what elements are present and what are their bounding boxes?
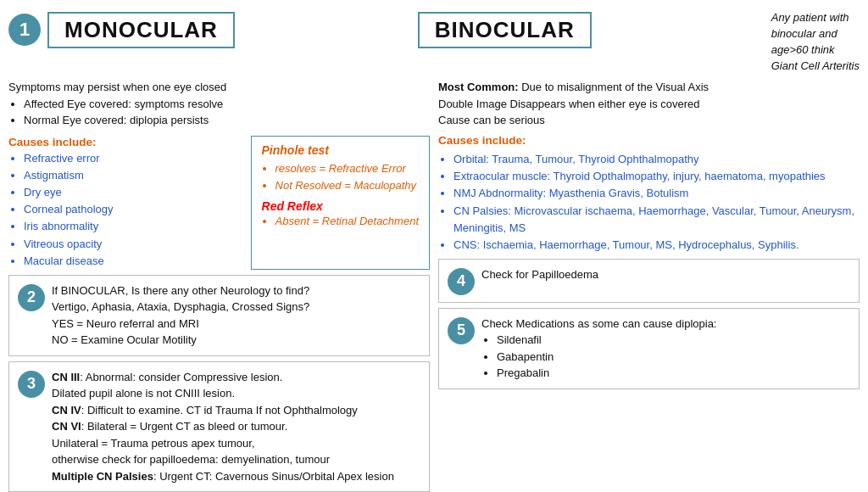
box2-content: If BINOCULAR, Is there any other Neurolo… <box>52 282 420 349</box>
list-item: Iris abnormality <box>24 218 242 235</box>
pinhole-title: Pinhole test <box>262 143 419 157</box>
bino-causes-ul: Orbital: Trauma, Tumour, Thyroid Ophthal… <box>453 151 860 254</box>
list-item: Sildenafil <box>497 332 850 349</box>
list-item: Absent = Retinal Detachment <box>275 215 419 227</box>
box5: 5 Check Medications as some can cause di… <box>438 308 860 389</box>
mono-causes-ul: Refractive error Astigmatism Dry eye Cor… <box>24 150 242 270</box>
gca-note: Any patient with binocular and age>60 th… <box>771 10 860 74</box>
list-item: Pregabalin <box>497 365 850 382</box>
box5-badge: 5 <box>448 317 475 344</box>
pinhole-box: Pinhole test resolves = Refractive Error… <box>251 136 430 270</box>
mono-bullet-2: Normal Eye covered: diplopia persists <box>24 112 430 129</box>
list-item: CNS: Ischaemia, Haemorrhage, Tumour, MS,… <box>453 237 860 254</box>
list-item: CN IV: Difficult to examine. CT id Traum… <box>52 402 420 419</box>
list-item: Multiple CN Palsies: Urgent CT: Cavernou… <box>52 468 420 485</box>
bino-desc-line1: Due to misalignment of the Visual Axis <box>519 81 709 93</box>
box4-content: Check for Papilloedema <box>481 266 850 283</box>
mono-bullet-1: Affected Eye covered: symptoms resolve <box>24 96 430 113</box>
list-item: Dry eye <box>24 184 242 201</box>
box4-badge: 4 <box>448 268 475 295</box>
box3: 3 CN III: Abnormal: consider Compressive… <box>8 361 430 492</box>
step1-badge: 1 <box>8 14 41 46</box>
binocular-title: BINOCULAR <box>435 17 575 43</box>
monocular-title: MONOCULAR <box>64 17 218 43</box>
binocular-description: Most Common: Due to misalignment of the … <box>438 79 860 254</box>
list-item: Refractive error <box>24 150 242 167</box>
box2: 2 If BINOCULAR, Is there any other Neuro… <box>8 275 430 356</box>
list-item: Extraocular muscle: Thyroid Opthalmopath… <box>453 168 860 185</box>
box4-badge-label: 4 <box>457 272 465 290</box>
left-panel: Symptoms may persist when one eye closed… <box>8 79 430 492</box>
list-item: CN Palsies: Microvascular ischaema, Haem… <box>453 203 860 237</box>
box3-content: CN III: Abnormal: consider Compressive l… <box>52 369 420 485</box>
list-item: resolves = Refractive Error <box>275 160 419 177</box>
box3-badge: 3 <box>18 371 45 398</box>
red-reflex-title: Red Reflex <box>262 199 419 213</box>
list-item: Unilateral = Trauma petrous apex tumour, <box>52 435 420 452</box>
bino-desc-line2: Double Image Disappears when either eye … <box>438 98 700 110</box>
bino-desc-bold: Most Common: <box>438 81 519 93</box>
box5-content: Check Medications as some can cause dipl… <box>481 316 850 382</box>
monocular-causes-list: Causes include: Refractive error Astigma… <box>8 136 242 270</box>
monocular-description: Symptoms may persist when one eye closed… <box>8 79 430 129</box>
list-item: Gabapentin <box>497 349 850 366</box>
list-item: Macular disease <box>24 253 242 270</box>
list-item: Astigmatism <box>24 167 242 184</box>
list-item: CN VI: Bilateral = Urgent CT as bleed or… <box>52 418 420 435</box>
bino-desc-line3: Cause can be serious <box>438 114 545 126</box>
box5-badge-label: 5 <box>457 321 465 339</box>
box5-list: SildenafilGabapentinPregabalin <box>497 332 850 382</box>
box2-badge: 2 <box>18 284 45 311</box>
mono-causes-row: Causes include: Refractive error Astigma… <box>8 136 430 270</box>
pinhole-list: resolves = Refractive Error Not Resolved… <box>275 160 419 194</box>
box4: 4 Check for Papilloedema <box>438 259 860 303</box>
right-panel: Most Common: Due to misalignment of the … <box>438 79 860 492</box>
box3-badge-label: 3 <box>27 375 36 393</box>
mono-desc-line1: Symptoms may persist when one eye closed <box>8 81 226 93</box>
mono-desc-bullets: Affected Eye covered: symptoms resolve N… <box>24 96 430 129</box>
red-reflex-list: Absent = Retinal Detachment <box>275 215 419 227</box>
top-header: 1 MONOCULAR BINOCULAR Any patient with b… <box>8 8 860 74</box>
binocular-box: BINOCULAR <box>418 12 592 48</box>
box5-title: Check Medications as some can cause dipl… <box>481 317 716 330</box>
list-item: Vitreous opacity <box>24 236 242 253</box>
mono-causes-title: Causes include: <box>8 136 242 148</box>
step1-label: 1 <box>19 19 30 41</box>
list-item: otherwise check for papilloedema: demyel… <box>52 451 420 468</box>
list-item: Not Resolved = Maculopathy <box>275 177 419 194</box>
list-item: NMJ Abdnormality: Myasthenia Gravis, Bot… <box>453 185 860 202</box>
main-content: Symptoms may persist when one eye closed… <box>8 79 860 492</box>
list-item: Dilated pupil alone is not CNIII lesion. <box>52 385 420 402</box>
list-item: Orbital: Trauma, Tumour, Thyroid Ophthal… <box>453 151 860 168</box>
list-item: CN III: Abnormal: consider Compressive l… <box>52 369 420 386</box>
list-item: Corneal pathology <box>24 201 242 218</box>
monocular-box: MONOCULAR <box>47 12 235 48</box>
box2-badge-label: 2 <box>27 288 36 306</box>
binocular-causes: Causes include: Orbital: Trauma, Tumour,… <box>438 132 860 254</box>
bino-causes-title: Causes include: <box>438 132 860 149</box>
